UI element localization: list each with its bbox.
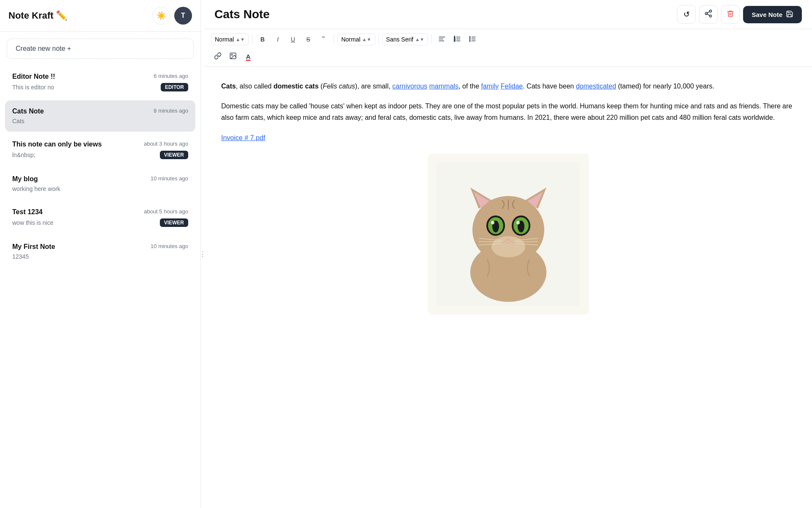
note-preview-test-note: wow this is nice xyxy=(12,219,53,226)
note-title-editor-note: Editor Note !! xyxy=(12,73,55,80)
note-preview-cats-note: Cats xyxy=(12,118,25,124)
app-title: Note Kraft ✏️ xyxy=(8,10,67,21)
note-preview-editor-note: This is editor no xyxy=(12,84,54,91)
strikethrough-icon: S xyxy=(306,36,310,43)
blockquote-icon: " xyxy=(322,36,325,43)
share-button[interactable] xyxy=(699,5,718,24)
note-title-test-note: Test 1234 xyxy=(12,208,43,216)
note-time-first-note: 10 minutes ago xyxy=(151,243,188,249)
note-title: Cats Note xyxy=(214,8,270,21)
header-actions: ☀️ T xyxy=(152,7,192,25)
user-avatar-button[interactable]: T xyxy=(174,7,192,25)
sidebar-header: Note Kraft ✏️ ☀️ T xyxy=(0,0,200,32)
image-icon xyxy=(229,52,237,61)
note-item-test-note[interactable]: Test 1234about 5 hours agowow this is ni… xyxy=(5,201,195,234)
link-carnivorous[interactable]: carnivorous xyxy=(392,83,428,90)
invoice-link-paragraph: Invoice # 7.pdf xyxy=(221,132,795,144)
undo-button[interactable]: ↺ xyxy=(677,5,696,24)
blockquote-button[interactable]: " xyxy=(317,33,330,46)
content-paragraph-2: Domestic cats may be called 'house cats'… xyxy=(221,100,795,123)
paragraph-chevron-icon: ▲▼ xyxy=(236,37,245,42)
underline-button[interactable]: U xyxy=(286,33,300,46)
editor-toolbar: Normal ▲▼ B I U S " Normal xyxy=(204,29,812,67)
font-size-select[interactable]: Normal ▲▼ xyxy=(337,33,375,45)
cat-image-container xyxy=(221,154,795,315)
toolbar-separator-4 xyxy=(431,34,432,44)
theme-toggle-button[interactable]: ☀️ xyxy=(152,7,170,25)
main-editor-area: Cats Note ↺ Save Note xyxy=(204,0,812,508)
editor-content[interactable]: Cats, also called domestic cats (Felis c… xyxy=(204,67,812,508)
note-preview-views-note: ln&nbsp; xyxy=(12,152,35,158)
note-time-views-note: about 3 hours ago xyxy=(144,141,188,147)
content-paragraph-1: Cats, also called domestic cats (Felis c… xyxy=(221,80,795,92)
undo-icon: ↺ xyxy=(683,10,690,19)
bullet-list-button[interactable] xyxy=(466,33,479,46)
cat-svg xyxy=(436,162,580,306)
create-note-label: Create new note + xyxy=(16,45,71,52)
note-badge-editor-note: EDITOR xyxy=(161,83,188,91)
svg-point-19 xyxy=(469,40,470,41)
link-family[interactable]: family xyxy=(481,83,499,90)
toolbar-separator-3 xyxy=(379,34,379,44)
note-badge-views-note: VIEWER xyxy=(160,151,188,159)
ordered-list-button[interactable]: 123 xyxy=(450,33,464,46)
svg-line-3 xyxy=(708,14,710,15)
delete-button[interactable] xyxy=(721,5,740,24)
font-family-select[interactable]: Sans Serif ▲▼ xyxy=(382,33,428,45)
link-icon xyxy=(214,52,222,61)
sidebar: Note Kraft ✏️ ☀️ T Create new note + Edi… xyxy=(0,0,201,508)
svg-point-21 xyxy=(231,54,232,55)
toolbar-separator-2 xyxy=(334,34,334,44)
note-time-cats-note: 8 minutes ago xyxy=(154,108,188,114)
font-size-chevron-icon: ▲▼ xyxy=(362,37,371,42)
text-color-icon: A xyxy=(246,53,251,60)
text-color-button[interactable]: A xyxy=(241,50,255,63)
link-button[interactable] xyxy=(211,50,225,63)
notes-list: Editor Note !!6 minutes agoThis is edito… xyxy=(0,66,200,508)
font-size-label: Normal xyxy=(341,36,360,43)
note-item-cats-note[interactable]: Cats Note8 minutes agoCats xyxy=(5,100,195,132)
note-item-blog-note[interactable]: My blog10 minutes agoworking here work xyxy=(5,168,195,199)
note-preview-blog-note: working here work xyxy=(12,185,60,192)
save-note-button[interactable]: Save Note xyxy=(743,6,802,23)
strikethrough-button[interactable]: S xyxy=(302,33,315,46)
editor-actions: ↺ Save Note xyxy=(677,5,802,24)
svg-point-36 xyxy=(516,221,520,224)
save-icon xyxy=(786,10,793,19)
link-mammals[interactable]: mammals xyxy=(429,83,458,90)
note-time-test-note: about 5 hours ago xyxy=(144,208,188,215)
link-felidae[interactable]: Felidae xyxy=(501,83,523,90)
svg-point-17 xyxy=(469,36,470,37)
save-note-label: Save Note xyxy=(752,11,782,18)
italic-icon: I xyxy=(277,36,279,43)
font-family-chevron-icon: ▲▼ xyxy=(415,37,424,42)
bullet-list-icon xyxy=(469,35,476,44)
link-domesticated[interactable]: domesticated xyxy=(576,83,616,90)
note-item-first-note[interactable]: My First Note10 minutes ago12345 xyxy=(5,236,195,267)
note-item-views-note[interactable]: This note can only be viewsabout 3 hours… xyxy=(5,133,195,166)
app-emoji: ✏️ xyxy=(56,10,67,21)
font-family-label: Sans Serif xyxy=(386,36,414,43)
app-title-text: Note Kraft xyxy=(8,10,53,21)
bold-icon: B xyxy=(261,36,265,43)
ordered-list-icon: 123 xyxy=(453,35,461,44)
paragraph-style-label: Normal xyxy=(215,36,234,43)
invoice-link[interactable]: Invoice # 7.pdf xyxy=(221,134,265,141)
avatar-label: T xyxy=(181,12,185,19)
underline-icon: U xyxy=(291,36,295,43)
image-button[interactable] xyxy=(226,50,240,63)
svg-line-4 xyxy=(708,11,710,13)
create-note-button[interactable]: Create new note + xyxy=(7,39,194,59)
align-left-button[interactable] xyxy=(435,33,449,46)
theme-icon: ☀️ xyxy=(156,11,166,20)
editor-header: Cats Note ↺ Save Note xyxy=(204,0,812,29)
resize-handle[interactable]: ⋮ xyxy=(201,0,204,508)
bold-button[interactable]: B xyxy=(256,33,269,46)
note-item-editor-note[interactable]: Editor Note !!6 minutes agoThis is edito… xyxy=(5,66,195,99)
note-badge-test-note: VIEWER xyxy=(160,218,188,227)
paragraph-style-select[interactable]: Normal ▲▼ xyxy=(211,33,249,45)
delete-icon xyxy=(727,10,734,19)
note-preview-first-note: 12345 xyxy=(12,253,29,260)
note-title-blog-note: My blog xyxy=(12,175,38,183)
italic-button[interactable]: I xyxy=(271,33,285,46)
